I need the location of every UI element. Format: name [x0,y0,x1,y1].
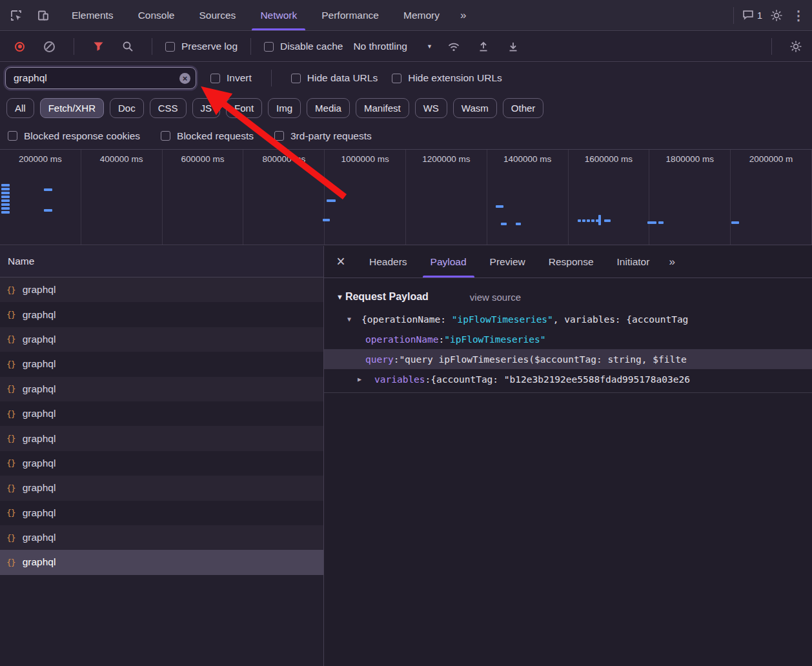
network-settings-gear-icon[interactable] [785,35,807,57]
request-payload-title: Request Payload [345,291,429,303]
hide-data-urls-checkbox[interactable] [291,74,301,83]
request-row[interactable]: {}graphql [0,525,323,550]
tab-console[interactable]: Console [126,0,187,30]
request-row[interactable]: {}graphql [0,426,323,450]
device-toolbar-button[interactable] [32,5,54,26]
tab-performance[interactable]: Performance [309,0,391,30]
collapse-arrow-icon[interactable]: ▼ [336,293,343,301]
request-list-panel: Name {}graphql{}graphql{}graphql{}graphq… [0,246,324,666]
more-panels-button[interactable]: » [452,0,474,30]
settings-gear-icon[interactable] [766,5,787,26]
request-row[interactable]: {}graphql [0,401,323,426]
tab-sources[interactable]: Sources [187,0,249,30]
request-row[interactable]: {}graphql [0,451,323,476]
request-name: graphql [23,358,56,370]
waterfall-mark [731,221,739,224]
clear-network-log-button[interactable] [44,41,55,52]
payload-key: variables [374,374,425,385]
divider [271,70,272,86]
request-row[interactable]: {}graphql [0,327,323,352]
type-filter-js[interactable]: JS [192,98,221,118]
request-payload-section[interactable]: ▼ Request Payload view source [324,285,812,309]
throttling-dropdown[interactable]: No throttling ▼ [350,41,435,52]
type-filter-wasm[interactable]: Wasm [453,98,497,118]
type-filter-all[interactable]: All [6,98,34,118]
tab-elements[interactable]: Elements [59,0,126,30]
type-filter-media[interactable]: Media [307,98,350,118]
details-tab-response[interactable]: Response [537,246,605,278]
disable-cache-option: Disable cache [264,41,343,52]
json-icon: {} [6,508,15,518]
type-filter-other[interactable]: Other [503,98,544,118]
divider [250,38,251,55]
tab-network[interactable]: Network [248,0,309,30]
throttling-value: No throttling [353,41,407,52]
waterfall-mark [327,199,336,202]
type-filter-font[interactable]: Font [226,98,262,118]
request-row[interactable]: {}graphql [0,501,323,525]
close-details-icon[interactable]: × [324,246,358,278]
type-filter-doc[interactable]: Doc [110,98,144,118]
payload-tree: operationName: "ipFlowTimeseries"query: … [324,329,812,389]
console-messages-button[interactable]: 1 [739,5,766,26]
type-filter-ws[interactable]: WS [415,98,447,118]
network-conditions-icon[interactable] [443,35,465,57]
name-column-header[interactable]: Name [0,246,323,278]
waterfall-mark [1,203,10,206]
kebab-menu-button[interactable]: ⋮ [787,5,809,26]
chevron-down-icon: ▼ [427,43,432,50]
invert-checkbox[interactable] [210,74,220,83]
request-row[interactable]: {}graphql [0,476,323,500]
hide-data-urls-option: Hide data URLs [291,72,378,84]
more-details-tabs-button[interactable]: » [661,246,682,278]
request-name: graphql [23,284,56,296]
details-tab-preview[interactable]: Preview [478,246,537,278]
type-filter-fetch-xhr[interactable]: Fetch/XHR [40,98,104,118]
request-row[interactable]: {}graphql [0,352,323,376]
import-har-icon[interactable] [472,35,494,57]
collapse-arrow-icon[interactable]: ▶ [358,376,374,383]
waterfall-mark [1,184,10,187]
filter-input-wrap: × [5,67,196,89]
inspect-element-button[interactable] [5,5,27,26]
type-filter-img[interactable]: Img [268,98,301,118]
payload-root-row[interactable]: ▼ {operationName: "ipFlowTimeseries", va… [324,309,812,329]
blocked-response-cookies-checkbox[interactable] [8,131,17,141]
payload-preview-text: {operationName: "ipFlowTimeseries", vari… [361,314,688,325]
json-icon: {} [6,359,15,369]
details-tab-payload[interactable]: Payload [419,246,478,278]
timeline-overview[interactable]: 200000 ms400000 ms600000 ms800000 ms1000… [0,149,812,245]
3rd-party-requests-checkbox[interactable] [274,131,284,141]
payload-value: "query ipFlowTimeseries($accountTag: str… [399,354,686,365]
request-row[interactable]: {}graphql [0,278,323,302]
view-source-link[interactable]: view source [470,292,521,303]
type-filter-manifest[interactable]: Manifest [356,98,409,118]
payload-row[interactable]: ▶variables: {accountTag: "b12e3b2192ee55… [324,369,812,389]
filter-input[interactable] [5,67,196,89]
disable-cache-checkbox[interactable] [264,42,274,52]
request-row[interactable]: {}graphql [0,377,323,401]
collapse-arrow-icon[interactable]: ▼ [347,316,361,323]
hide-extension-urls-checkbox[interactable] [392,74,401,83]
waterfall-mark [647,221,656,224]
blocked-requests-checkbox[interactable] [161,131,170,141]
invert-option: Invert [210,72,252,84]
export-har-icon[interactable] [502,35,524,57]
details-tab-initiator[interactable]: Initiator [605,246,662,278]
timeline-marks [0,150,812,245]
type-filter-css[interactable]: CSS [150,98,187,118]
details-tab-headers[interactable]: Headers [358,246,419,278]
request-row[interactable]: {}graphql [0,302,323,327]
record-network-log-button[interactable] [15,42,25,52]
payload-row[interactable]: operationName: "ipFlowTimeseries" [324,329,812,349]
clear-filter-icon[interactable]: × [179,73,190,84]
filter-funnel-icon[interactable] [87,35,109,57]
search-icon[interactable] [117,35,139,57]
divider [733,7,734,24]
waterfall-mark [1,188,10,190]
preserve-log-checkbox[interactable] [165,42,175,52]
payload-row[interactable]: query: "query ipFlowTimeseries($accountT… [324,349,812,369]
tab-memory[interactable]: Memory [391,0,452,30]
checkbox-label: 3rd-party requests [290,130,372,142]
request-row[interactable]: {}graphql [0,550,323,574]
